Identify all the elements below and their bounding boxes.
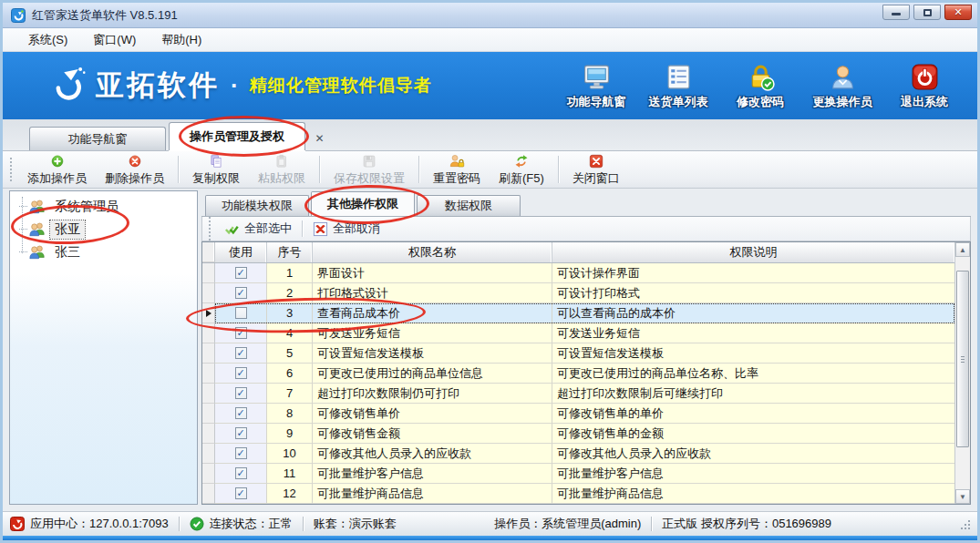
table-row[interactable]: 9可修改销售金额可修改销售单的金额 bbox=[202, 424, 954, 444]
row-checkbox[interactable] bbox=[235, 447, 247, 459]
scroll-down-icon[interactable]: ▼ bbox=[955, 489, 970, 504]
copy-permissions-button[interactable]: 复制权限 bbox=[183, 151, 249, 188]
separator bbox=[303, 517, 304, 531]
cell-perm-desc: 可批量维护商品信息 bbox=[552, 484, 954, 504]
separator bbox=[302, 220, 303, 237]
copy-permissions-button-label: 复制权限 bbox=[192, 170, 240, 187]
row-checkbox[interactable] bbox=[235, 287, 247, 299]
row-checkbox[interactable] bbox=[235, 387, 247, 399]
cell-use bbox=[215, 484, 267, 504]
maximize-button[interactable] bbox=[913, 5, 941, 20]
cell-perm-name: 可设置短信发送模板 bbox=[313, 343, 552, 364]
column-header-use[interactable]: 使用 bbox=[215, 242, 267, 262]
tree-item-zhangya[interactable]: 张亚 bbox=[10, 218, 197, 241]
tab-data-permissions-label: 数据权限 bbox=[445, 198, 492, 214]
row-checkbox[interactable] bbox=[235, 327, 247, 339]
separator bbox=[319, 156, 320, 183]
deselect-all-label: 全部取消 bbox=[333, 220, 380, 237]
permission-tabstrip: 功能模块权限其他操作权限数据权限 bbox=[201, 190, 971, 217]
cell-perm-name: 可修改销售单价 bbox=[313, 404, 552, 424]
row-checkbox[interactable] bbox=[235, 467, 247, 479]
table-row[interactable]: 7超过打印次数限制仍可打印超过打印次数限制后可继续打印 bbox=[202, 384, 954, 404]
banner-action-exit-system[interactable]: 退出系统 bbox=[886, 62, 963, 110]
delete-operator-button[interactable]: 删除操作员 bbox=[96, 151, 173, 188]
row-checkbox[interactable] bbox=[235, 407, 247, 419]
cell-perm-name: 界面设计 bbox=[313, 263, 552, 283]
banner-action-delivery-list[interactable]: 送货单列表 bbox=[640, 62, 717, 110]
resize-grip-icon[interactable] bbox=[959, 518, 970, 529]
close-window-icon bbox=[588, 153, 604, 169]
save-permissions-button[interactable]: 保存权限设置 bbox=[325, 151, 414, 188]
cell-perm-desc: 可修改销售单的金额 bbox=[552, 424, 954, 444]
tree-item-label: 系统管理员 bbox=[50, 198, 123, 216]
row-checkbox[interactable] bbox=[235, 307, 247, 319]
tab-module-permissions[interactable]: 功能模块权限 bbox=[205, 195, 309, 216]
reset-password-button[interactable]: 重置密码 bbox=[424, 151, 490, 188]
banner-action-switch-operator[interactable]: 更换操作员 bbox=[804, 62, 881, 110]
reset-password-button-label: 重置密码 bbox=[433, 170, 480, 187]
vertical-scrollbar[interactable]: ▲ ▼ bbox=[954, 242, 970, 504]
tab-other-permissions[interactable]: 其他操作权限 bbox=[311, 191, 415, 216]
separator bbox=[558, 156, 559, 183]
table-row[interactable]: 12可批量维护商品信息可批量维护商品信息 bbox=[202, 484, 954, 504]
menu-item-help[interactable]: 帮助(H) bbox=[149, 29, 214, 51]
column-header-name[interactable]: 权限名称 bbox=[313, 242, 552, 262]
banner-action-label: 送货单列表 bbox=[649, 94, 708, 110]
table-row[interactable]: 2打印格式设计可设计打印格式 bbox=[202, 283, 954, 303]
banner-action-label: 功能导航窗 bbox=[567, 94, 626, 110]
cell-perm-desc: 可设置短信发送模板 bbox=[552, 343, 954, 364]
brand-name: 亚拓软件 bbox=[96, 67, 220, 105]
cell-perm-desc: 可发送业务短信 bbox=[552, 323, 954, 343]
table-row[interactable]: 3查看商品成本价可以查看商品的成本价 bbox=[202, 303, 954, 323]
column-header-no[interactable]: 序号 bbox=[267, 242, 313, 262]
row-checkbox[interactable] bbox=[235, 347, 247, 359]
scrollbar-thumb[interactable] bbox=[956, 271, 969, 447]
row-indicator bbox=[202, 484, 215, 504]
monitor-icon bbox=[582, 62, 612, 92]
table-row[interactable]: 6可更改已使用过的商品单位信息可更改已使用过的商品单位名称、比率 bbox=[202, 364, 954, 384]
row-checkbox[interactable] bbox=[235, 427, 247, 439]
cell-use bbox=[215, 424, 267, 444]
tab-data-permissions[interactable]: 数据权限 bbox=[417, 195, 521, 216]
scrollbar-track[interactable] bbox=[955, 257, 970, 489]
table-row[interactable]: 11可批量维护客户信息可批量维护客户信息 bbox=[202, 464, 954, 484]
tree-item-zhangsan[interactable]: 张三 bbox=[10, 241, 197, 263]
row-checkbox[interactable] bbox=[235, 487, 247, 499]
minimize-button[interactable] bbox=[882, 5, 910, 20]
close-button[interactable]: ✕ bbox=[944, 5, 972, 20]
tab-operator-management[interactable]: 操作员管理及授权 bbox=[169, 122, 305, 150]
tab-close-icon[interactable]: ✕ bbox=[312, 130, 327, 146]
refresh-button[interactable]: 刷新(F5) bbox=[490, 151, 553, 188]
cell-perm-name: 可修改其他人员录入的应收款 bbox=[313, 444, 552, 464]
table-row[interactable]: 4可发送业务短信可发送业务短信 bbox=[202, 323, 954, 343]
select-all-button[interactable]: 全部选中 bbox=[217, 219, 299, 239]
paste-permissions-button[interactable]: 粘贴权限 bbox=[249, 151, 315, 188]
cell-no: 1 bbox=[267, 263, 313, 283]
cell-perm-desc: 可以查看商品的成本价 bbox=[552, 303, 954, 323]
row-checkbox[interactable] bbox=[235, 367, 247, 379]
close-window-button[interactable]: 关闭窗口 bbox=[563, 151, 629, 188]
app-center-status: 应用中心：127.0.0.1:7093 bbox=[10, 516, 169, 532]
tab-nav-window[interactable]: 功能导航窗 bbox=[29, 127, 166, 150]
deselect-all-button[interactable]: 全部取消 bbox=[305, 219, 387, 239]
menu-item-window[interactable]: 窗口(W) bbox=[80, 29, 149, 51]
row-indicator bbox=[202, 404, 215, 424]
save-permissions-button-label: 保存权限设置 bbox=[334, 170, 405, 187]
cell-perm-name: 查看商品成本价 bbox=[313, 303, 552, 323]
account-status: 账套：演示账套 bbox=[314, 516, 397, 532]
banner-action-change-password[interactable]: 修改密码 bbox=[722, 62, 799, 110]
tree-item-admin[interactable]: 系统管理员 bbox=[10, 195, 197, 218]
table-row[interactable]: 10可修改其他人员录入的应收款可修改其他人员录入的应收款 bbox=[202, 444, 954, 464]
delete-icon bbox=[127, 153, 143, 169]
menu-item-system[interactable]: 系统(S) bbox=[15, 29, 80, 51]
table-row[interactable]: 8可修改销售单价可修改销售单的单价 bbox=[202, 404, 954, 424]
table-row[interactable]: 1界面设计可设计操作界面 bbox=[202, 263, 954, 283]
banner-action-nav-window[interactable]: 功能导航窗 bbox=[558, 62, 634, 110]
window: 红管家送货单软件 V8.5.191 ✕ 系统(S)窗口(W)帮助(H) 亚拓软件… bbox=[0, 0, 980, 543]
scroll-up-icon[interactable]: ▲ bbox=[955, 242, 970, 257]
add-operator-button[interactable]: 添加操作员 bbox=[18, 151, 96, 188]
cell-perm-name: 可批量维护商品信息 bbox=[313, 484, 552, 504]
table-row[interactable]: 5可设置短信发送模板可设置短信发送模板 bbox=[202, 343, 954, 364]
column-header-desc[interactable]: 权限说明 bbox=[552, 242, 954, 262]
row-checkbox[interactable] bbox=[235, 267, 247, 279]
